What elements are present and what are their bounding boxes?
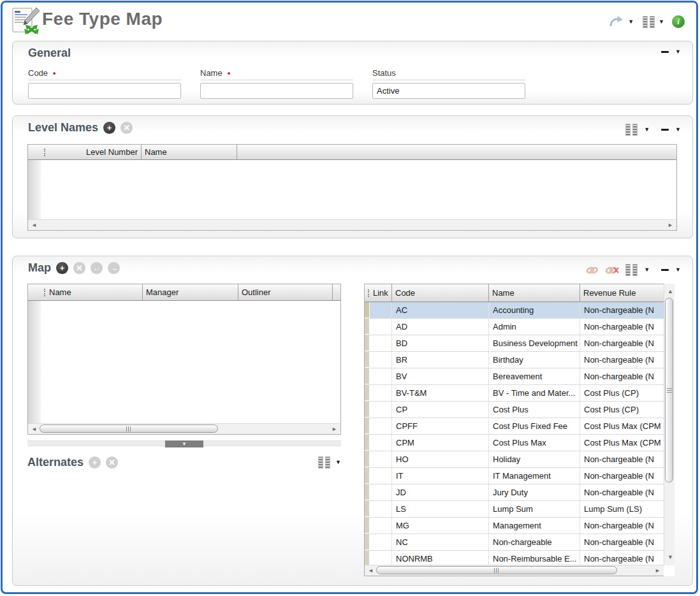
chevron-down-icon[interactable]: ▼ <box>644 127 650 133</box>
general-section: General ▼ Code• Name• Status <box>12 41 693 105</box>
scroll-right-icon[interactable]: ► <box>667 222 673 228</box>
cell-link <box>370 534 392 550</box>
scroll-left-icon[interactable]: ◄ <box>31 426 37 432</box>
cell-code: AC <box>392 302 489 318</box>
cell-link <box>370 468 392 484</box>
cell-code: MG <box>392 518 489 534</box>
cell-link <box>370 451 392 467</box>
pane-splitter[interactable]: ▼ <box>27 440 341 446</box>
drag-handle-icon[interactable] <box>368 289 369 297</box>
scrollbar-thumb[interactable] <box>665 298 673 483</box>
cell-name: Cost Plus Fixed Fee <box>489 418 580 434</box>
column-chooser-icon[interactable] <box>625 124 638 136</box>
horizontal-scrollbar[interactable]: ◄ ► <box>28 219 676 230</box>
unlink-icon[interactable] <box>605 265 619 275</box>
table-row[interactable]: ADAdminNon-chargeable (N <box>365 319 664 335</box>
chevron-down-icon[interactable]: ▼ <box>659 19 664 25</box>
name-input[interactable] <box>200 83 353 99</box>
add-map-button[interactable]: + <box>56 262 68 274</box>
table-row[interactable]: HOHolidayNon-chargeable (N <box>365 451 664 468</box>
cell-name: IT Management <box>489 468 580 484</box>
delete-level-button[interactable]: ✕ <box>120 122 133 134</box>
cell-rule: Non-chargeable (N <box>580 534 664 550</box>
table-row[interactable]: BDBusiness DevelopmentNon-chargeable (N <box>365 335 664 352</box>
scroll-left-icon[interactable]: ◄ <box>31 222 37 228</box>
scroll-right-icon[interactable]: ► <box>655 568 660 574</box>
horizontal-scrollbar[interactable]: ◄ ► <box>28 423 340 434</box>
code-input[interactable] <box>28 83 181 99</box>
column-header-level-number[interactable]: Level Number <box>46 145 142 159</box>
cell-code: AD <box>392 319 489 335</box>
table-row[interactable]: JDJury DutyNon-chargeable (N <box>365 484 664 501</box>
delete-map-button[interactable]: ✕ <box>73 262 85 274</box>
scrollbar-thumb[interactable] <box>376 566 617 574</box>
table-row[interactable]: CPCost PlusCost Plus (CP) <box>365 402 664 418</box>
collapse-icon[interactable] <box>661 269 669 271</box>
chevron-down-icon[interactable]: ▼ <box>675 127 681 133</box>
scroll-left-icon[interactable]: ◄ <box>368 568 374 574</box>
column-header-name[interactable]: Name <box>142 145 237 159</box>
cell-link <box>370 352 392 368</box>
page-title: Fee Type Map <box>42 9 163 29</box>
column-header-manager[interactable]: Manager <box>143 284 238 300</box>
column-header-name[interactable]: Name <box>489 284 580 302</box>
delete-alternate-button[interactable]: ✕ <box>106 456 118 469</box>
cell-name: Admin <box>489 319 580 335</box>
link-icon[interactable] <box>586 265 599 275</box>
name-field-label: Name• <box>200 68 353 80</box>
table-row[interactable]: LSLump SumLump Sum (LS) <box>365 501 664 518</box>
scroll-down-icon[interactable]: ▼ <box>667 555 673 560</box>
chevron-down-icon[interactable]: ▼ <box>675 49 681 55</box>
move-left-button[interactable]: ← <box>91 262 103 274</box>
table-row[interactable]: BVBereavementNon-chargeable (N <box>365 368 664 385</box>
scrollbar-thumb[interactable] <box>40 425 218 433</box>
vertical-scrollbar[interactable]: ▲ ▼ <box>664 284 674 565</box>
collapse-icon[interactable] <box>661 129 669 131</box>
map-right-grid-rows: ACAccountingNon-chargeable (NADAdminNon-… <box>365 302 664 566</box>
collapse-icon[interactable] <box>661 51 669 53</box>
cell-rule: Non-chargeable (N <box>580 368 664 384</box>
cell-code: NC <box>392 534 489 550</box>
column-header-link[interactable]: Link <box>370 284 392 302</box>
table-row[interactable]: BRBirthdayNon-chargeable (N <box>365 352 664 368</box>
table-row[interactable]: CPMCost Plus MaxCost Plus Max (CPM <box>365 435 664 451</box>
table-row[interactable]: NCNon-chargeableNon-chargeable (N <box>365 534 664 551</box>
cell-link <box>370 402 392 418</box>
chevron-down-icon[interactable]: ▼ <box>335 460 341 465</box>
splitter-collapse-handle[interactable]: ▼ <box>165 440 203 447</box>
scroll-up-icon[interactable]: ▲ <box>667 289 673 294</box>
scroll-right-icon[interactable]: ► <box>332 426 337 432</box>
info-icon[interactable]: i <box>672 15 685 28</box>
chevron-down-icon[interactable]: ▼ <box>628 19 634 25</box>
table-row[interactable]: ITIT ManagementNon-chargeable (N <box>365 468 664 484</box>
table-row[interactable]: MGManagementNon-chargeable (N <box>365 518 664 534</box>
table-row[interactable]: NONRMBNon-Reimbursable E...Non-chargeabl… <box>365 551 664 566</box>
cell-ind <box>365 518 370 534</box>
table-row[interactable]: ACAccountingNon-chargeable (N <box>365 302 664 319</box>
add-level-button[interactable]: + <box>103 122 115 134</box>
horizontal-scrollbar[interactable]: ◄ ► <box>365 565 664 576</box>
drag-handle-icon[interactable] <box>44 149 45 156</box>
column-header-code[interactable]: Code <box>392 284 489 302</box>
cell-name: Accounting <box>489 302 580 318</box>
column-header-name[interactable]: Name <box>46 284 143 300</box>
column-header-revenue-rule[interactable]: Revenue Rule <box>580 284 664 302</box>
chevron-down-icon[interactable]: ▼ <box>675 267 681 273</box>
add-alternate-button[interactable]: + <box>89 456 101 469</box>
status-input[interactable] <box>372 83 525 99</box>
table-row[interactable]: CPFFCost Plus Fixed FeeCost Plus Max (CP… <box>365 418 664 435</box>
curved-arrow-icon[interactable] <box>609 15 624 28</box>
drag-handle-icon[interactable] <box>44 289 45 296</box>
table-row[interactable]: BV-T&MBV - Time and Mater...Cost Plus (C… <box>365 385 664 402</box>
column-header-outliner[interactable]: Outliner <box>238 284 333 300</box>
chevron-down-icon[interactable]: ▼ <box>644 267 650 273</box>
cell-rule: Cost Plus (CP) <box>580 402 664 418</box>
cell-code: BR <box>392 352 489 368</box>
column-chooser-icon[interactable] <box>318 456 330 469</box>
move-right-button[interactable]: → <box>108 262 120 274</box>
column-chooser-icon[interactable] <box>625 264 638 276</box>
cell-code: BV <box>392 368 489 384</box>
cell-rule: Non-chargeable (N <box>580 468 664 484</box>
cell-ind <box>365 501 370 517</box>
column-chooser-icon[interactable] <box>643 16 655 28</box>
